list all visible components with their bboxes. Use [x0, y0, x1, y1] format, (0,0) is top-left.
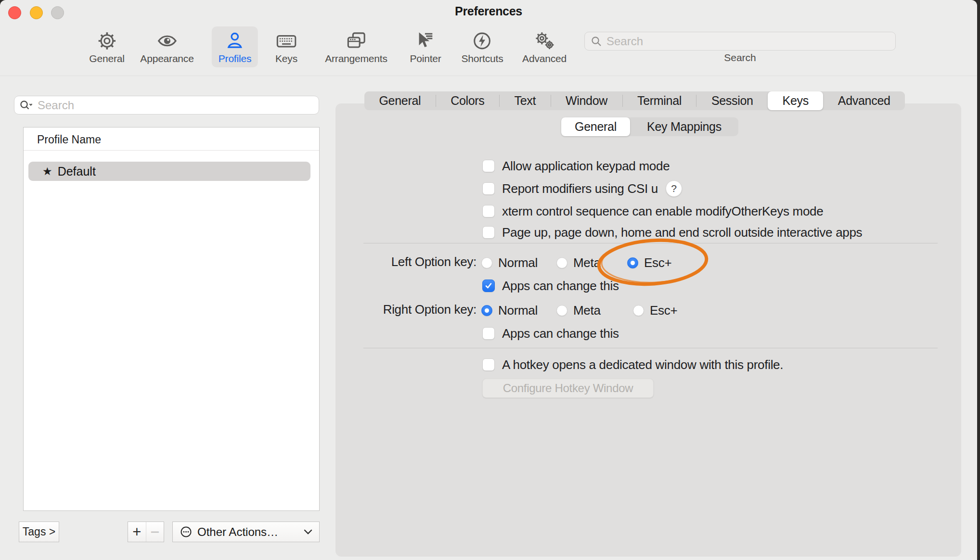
- person-icon: [225, 30, 245, 51]
- row-modify-other-keys: xterm control sequence can enable modify…: [482, 203, 823, 219]
- radio-label: Normal: [498, 303, 538, 318]
- tab-terminal[interactable]: Terminal: [623, 91, 696, 110]
- row-keypad-mode: Allow application keypad mode: [482, 158, 670, 174]
- tags-button[interactable]: Tags >: [19, 522, 59, 542]
- toolbar-label-general: General: [89, 53, 124, 64]
- radio-right-esc[interactable]: Esc+: [633, 303, 677, 318]
- label-right-apps-change: Apps can change this: [502, 326, 619, 341]
- toolbar-item-pointer[interactable]: Pointer: [403, 26, 448, 67]
- tab-advanced[interactable]: Advanced: [823, 91, 905, 110]
- radio-left-esc[interactable]: Esc+: [627, 255, 671, 270]
- bolt-icon: [472, 30, 492, 51]
- profile-tab-bar: General Colors Text Window Terminal Sess…: [364, 91, 905, 110]
- tab-session[interactable]: Session: [696, 91, 768, 110]
- radio-circle[interactable]: [556, 305, 567, 316]
- tab-keys[interactable]: Keys: [768, 91, 823, 110]
- tab-window[interactable]: Window: [551, 91, 622, 110]
- screen: Preferences General Appearance: [0, 0, 980, 560]
- radio-right-normal[interactable]: Normal: [481, 303, 538, 318]
- toolbar-search-caption: Search: [584, 52, 896, 64]
- chevron-down-icon: [304, 529, 312, 535]
- section-divider: [363, 243, 938, 243]
- other-actions-label: Other Actions…: [197, 525, 299, 539]
- label-left-apps-change: Apps can change this: [502, 279, 619, 293]
- subtab-general[interactable]: General: [561, 117, 630, 136]
- radio-right-meta[interactable]: Meta: [556, 303, 601, 318]
- toolbar-item-shortcuts[interactable]: Shortcuts: [455, 26, 510, 67]
- other-actions-dropdown[interactable]: Other Actions…: [172, 522, 320, 542]
- profile-search-field[interactable]: [14, 96, 319, 115]
- radio-circle[interactable]: [633, 305, 644, 316]
- preferences-window: Preferences General Appearance: [0, 0, 977, 560]
- radio-label: Meta: [573, 255, 601, 270]
- section-divider: [363, 348, 938, 348]
- radio-circle-selected[interactable]: [627, 257, 638, 268]
- radio-label: Meta: [573, 303, 601, 318]
- toolbar-label-appearance: Appearance: [140, 53, 193, 64]
- configure-hotkey-window-button[interactable]: Configure Hotkey Window: [482, 379, 654, 398]
- checkbox-modify-other-keys[interactable]: [482, 205, 495, 217]
- checkbox-csi-u[interactable]: [482, 182, 495, 195]
- label-page-scroll: Page up, page down, home and end scroll …: [502, 225, 862, 240]
- row-page-scroll: Page up, page down, home and end scroll …: [482, 224, 862, 241]
- radio-circle[interactable]: [556, 257, 567, 268]
- label-modify-other-keys: xterm control sequence can enable modify…: [502, 204, 823, 219]
- checkbox-right-apps-change[interactable]: [482, 327, 495, 340]
- row-hotkey-window: A hotkey opens a dedicated window with t…: [482, 356, 783, 373]
- toolbar-search-field[interactable]: [584, 32, 896, 51]
- toolbar-item-arrangements[interactable]: Arrangements: [318, 26, 394, 67]
- toolbar-label-profiles: Profiles: [219, 53, 251, 64]
- checkbox-page-scroll[interactable]: [482, 226, 495, 239]
- toolbar-label-pointer: Pointer: [410, 53, 441, 64]
- radio-circle[interactable]: [481, 257, 492, 268]
- toolbar-label-advanced: Advanced: [522, 53, 567, 64]
- eye-icon: [157, 30, 177, 51]
- toolbar-item-profiles[interactable]: Profiles: [212, 26, 258, 67]
- profile-list: Profile Name ★ Default: [23, 127, 320, 511]
- toolbar-label-arrangements: Arrangements: [325, 53, 387, 64]
- checkbox-keypad-mode[interactable]: [482, 160, 495, 172]
- header-divider: [24, 150, 319, 151]
- left-option-key-label: Left Option key:: [337, 255, 477, 269]
- toolbar-divider: [0, 76, 977, 76]
- label-csi-u: Report modifiers using CSI u: [502, 181, 658, 196]
- toolbar-search-input[interactable]: [606, 35, 890, 48]
- tab-colors[interactable]: Colors: [436, 91, 499, 110]
- checkbox-left-apps-change[interactable]: [482, 280, 495, 292]
- profile-search-input[interactable]: [38, 99, 314, 112]
- profile-name: Default: [58, 165, 96, 178]
- label-hotkey-window: A hotkey opens a dedicated window with t…: [502, 357, 783, 372]
- toolbar-label-keys: Keys: [275, 53, 297, 64]
- subtab-key-mappings[interactable]: Key Mappings: [630, 117, 738, 136]
- row-csi-u: Report modifiers using CSI u ?: [482, 180, 682, 197]
- row-left-apps-change: Apps can change this: [482, 278, 619, 294]
- search-icon: [591, 36, 602, 47]
- add-profile-button[interactable]: +: [128, 522, 146, 542]
- toolbar-item-advanced[interactable]: Advanced: [516, 26, 573, 67]
- help-button[interactable]: ?: [666, 180, 682, 197]
- checkbox-hotkey-window[interactable]: [482, 358, 495, 371]
- radio-label: Esc+: [644, 255, 671, 270]
- radio-left-meta[interactable]: Meta: [556, 255, 601, 270]
- keys-subtab-bar: General Key Mappings: [561, 117, 738, 136]
- profile-row-default[interactable]: ★ Default: [28, 162, 310, 181]
- radio-circle-selected[interactable]: [481, 305, 492, 316]
- star-icon: ★: [42, 166, 52, 177]
- radio-left-normal[interactable]: Normal: [481, 255, 538, 270]
- tab-text[interactable]: Text: [500, 91, 551, 110]
- toolbar-item-appearance[interactable]: Appearance: [133, 26, 200, 67]
- profile-list-header: Profile Name: [37, 133, 101, 146]
- toolbar-item-keys[interactable]: Keys: [269, 26, 304, 67]
- toolbar-item-general[interactable]: General: [82, 26, 131, 67]
- remove-profile-button[interactable]: −: [146, 522, 164, 542]
- cursor-icon: [415, 30, 436, 51]
- add-remove-group: + −: [128, 522, 164, 542]
- ellipsis-circle-icon: [180, 525, 193, 538]
- row-right-apps-change: Apps can change this: [482, 325, 619, 342]
- tab-general[interactable]: General: [364, 91, 436, 110]
- gear-icon: [97, 30, 117, 51]
- gears-icon: [534, 30, 554, 51]
- toolbar-label-shortcuts: Shortcuts: [462, 53, 503, 64]
- radio-label: Esc+: [650, 303, 677, 318]
- label-keypad-mode: Allow application keypad mode: [502, 159, 670, 174]
